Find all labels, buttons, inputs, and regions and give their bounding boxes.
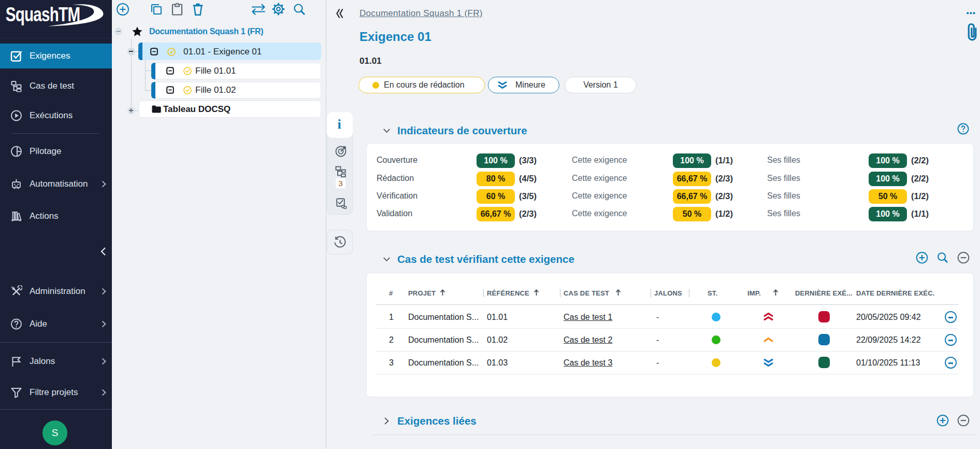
svg-text:SquashTM: SquashTM [6, 4, 80, 26]
